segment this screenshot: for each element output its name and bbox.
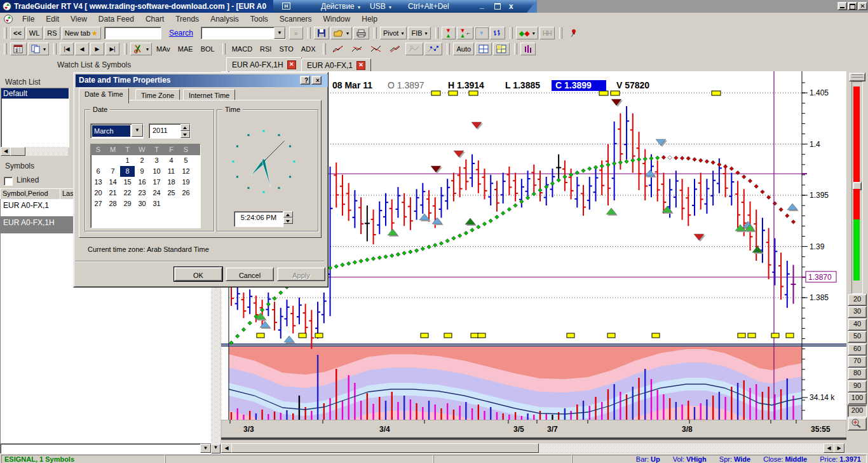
symbol-combobox[interactable]: ▼ [201, 27, 286, 39]
calendar-day-17[interactable]: 17 [149, 177, 164, 188]
time-up-icon[interactable] [283, 211, 293, 218]
menu-item-tools[interactable]: Tools [245, 13, 274, 25]
window-minimize-button[interactable] [837, 2, 847, 10]
signals-red-green-button[interactable]: ▼▲ [442, 27, 456, 39]
scroll-thumb[interactable] [10, 147, 25, 156]
bars-200-button[interactable]: 200 [848, 405, 867, 417]
vm-close-button[interactable]: x [509, 2, 513, 11]
collapse-button[interactable]: << [10, 27, 25, 39]
bars-50-button[interactable]: 50 [848, 331, 867, 343]
year-up-icon[interactable] [180, 124, 190, 131]
rsi-button[interactable]: RSI [257, 43, 275, 55]
fib-button[interactable]: FIB▾ [408, 27, 430, 39]
bars-display-button[interactable] [490, 27, 505, 39]
open-button[interactable]: ▾ [330, 27, 352, 39]
trend-tool-4-button[interactable] [386, 43, 404, 55]
vm-ctrl-alt-del-button[interactable]: Ctrl+Alt+Del [408, 2, 449, 11]
calendar-day-30[interactable]: 30 [135, 198, 149, 209]
scroll-down-icon[interactable]: ▼ [211, 444, 220, 453]
ok-button[interactable]: OK [174, 267, 222, 281]
toolbar-grip[interactable] [323, 43, 326, 55]
menu-item-file[interactable]: File [17, 13, 40, 25]
year-spinner[interactable]: 2011 [149, 123, 191, 139]
calendar-day-24[interactable]: 24 [149, 188, 164, 198]
calendar-day-15[interactable]: 15 [120, 177, 135, 188]
calendar-day-18[interactable]: 18 [164, 177, 179, 188]
auto-scale-button[interactable]: Auto [453, 43, 474, 55]
calendar-day-9[interactable]: 9 [135, 166, 149, 177]
calendar-day-25[interactable]: 25 [164, 188, 179, 198]
chart-hscrollbar[interactable]: ◀ ◀ ▶ [221, 443, 845, 453]
diamonds-button[interactable]: ◆◆▾ [516, 27, 538, 39]
toolbar-grip[interactable] [308, 27, 311, 39]
calendar-day-21[interactable]: 21 [105, 188, 120, 198]
toolbar-grip[interactable] [374, 27, 377, 39]
toolbar-grip[interactable] [514, 43, 517, 55]
year-down-icon[interactable] [180, 131, 190, 138]
vm-minimize-button[interactable]: _ [480, 1, 484, 10]
toolbar-grip[interactable] [510, 27, 513, 39]
mae-button[interactable]: MAE [175, 43, 196, 55]
bars-20-button[interactable]: 20 [848, 294, 867, 306]
watchlist-hscrollbar[interactable]: ◀ [1, 147, 68, 156]
toolbar-grip[interactable] [4, 43, 7, 55]
scale-grip-button[interactable] [849, 73, 865, 81]
calendar-day-29[interactable]: 29 [120, 198, 135, 209]
trend-tool-2-button[interactable] [348, 43, 366, 55]
toolbar-grip[interactable] [435, 27, 438, 39]
tab-close-icon[interactable]: ✕ [356, 61, 365, 70]
tab-eur-1[interactable]: EUR A0-FX,1 ✕ [301, 59, 371, 72]
menu-item-chart[interactable]: Chart [140, 13, 170, 25]
calendar-day-6[interactable]: 6 [91, 166, 105, 177]
apply-button[interactable]: Apply [277, 267, 325, 281]
dialog-title-bar[interactable]: Date and Time Properties [76, 74, 328, 87]
calendar-day-31[interactable]: 31 [149, 198, 164, 209]
gann-tool-button[interactable] [405, 43, 423, 55]
window-restore-button[interactable] [848, 2, 857, 10]
menu-item-scanners[interactable]: Scanners [274, 13, 318, 25]
calendar-day-12[interactable]: 12 [179, 166, 193, 177]
menu-item-edit[interactable]: Edit [40, 13, 65, 25]
window-close-button[interactable]: ✕ [858, 2, 867, 10]
tab-eur-1h[interactable]: EUR A0-FX,1H ✕ [226, 57, 302, 72]
calendar-day-5[interactable]: 5 [179, 155, 193, 166]
calendar-day-22[interactable]: 22 [120, 188, 135, 198]
trend-tool-3-button[interactable] [367, 43, 385, 55]
calendar-day-27[interactable]: 27 [91, 198, 105, 209]
bars-60-button[interactable]: 60 [848, 343, 867, 356]
search-link[interactable]: Search [169, 29, 193, 38]
menu-item-window[interactable]: Window [318, 13, 356, 25]
first-bar-button[interactable]: |◀ [60, 43, 74, 55]
calendar-day-28[interactable]: 28 [105, 198, 120, 209]
scroll-left-icon[interactable]: ◀ [1, 147, 11, 156]
bars-80-button[interactable]: 80 [848, 368, 867, 380]
scroll-right-icon[interactable]: ▶ [834, 443, 844, 453]
menu-item-help[interactable]: Help [356, 13, 383, 25]
toolbar-grip[interactable] [124, 43, 127, 55]
time-field[interactable]: 5:24:06 PM [234, 211, 283, 227]
sto-button[interactable]: STO [276, 43, 296, 55]
time-down-icon[interactable] [283, 218, 293, 224]
calendar-day-23[interactable]: 23 [135, 188, 149, 198]
signals-flag-button[interactable]: ▼▲⌐ [457, 27, 473, 39]
calendar-day-3[interactable]: 3 [149, 155, 164, 166]
symbols-filter-combo[interactable]: ▼ [0, 443, 212, 454]
bars-90-button[interactable]: 90 [848, 380, 867, 392]
calendar-day-4[interactable]: 4 [164, 155, 179, 166]
cancel-button[interactable]: Cancel [226, 267, 274, 281]
pivot-button[interactable]: Pivot▾ [380, 27, 407, 39]
menu-item-trends[interactable]: Trends [170, 13, 205, 25]
dialog-close-button[interactable]: × [311, 76, 322, 85]
dialog-help-button[interactable]: ? [300, 76, 310, 85]
scroll-left-icon[interactable]: ◀ [221, 443, 232, 453]
calendar-day-26[interactable]: 26 [179, 188, 193, 198]
combobox-dropdown-icon[interactable]: ▼ [274, 27, 285, 39]
month-combobox[interactable]: March ▼ [90, 123, 144, 139]
mav-button[interactable]: MAv [153, 43, 173, 55]
toolbar-grip[interactable] [222, 43, 226, 55]
trend-tool-1-button[interactable] [329, 43, 347, 55]
link-windows-button[interactable]: HH [539, 27, 555, 39]
menu-item-data-feed[interactable]: Data Feed [93, 13, 140, 25]
tab-close-icon[interactable]: ✕ [287, 60, 296, 69]
next-bar-button[interactable]: ▶ [90, 43, 104, 55]
